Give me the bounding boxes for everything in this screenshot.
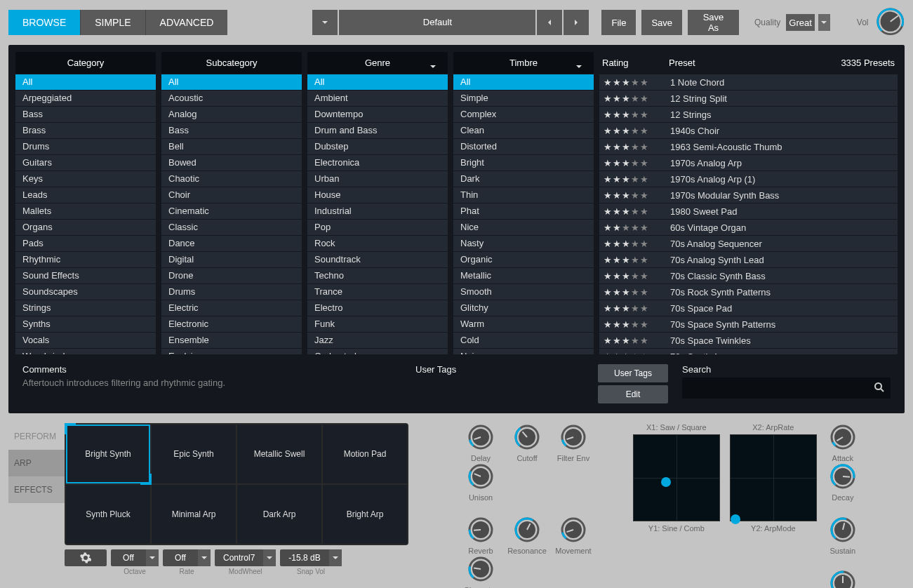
preset-row[interactable]: ★★★★★1940s Choir xyxy=(599,123,898,138)
filter-item[interactable]: Arpeggiated xyxy=(15,91,156,106)
column-list[interactable]: AllSimpleComplexCleanDistortedBrightDark… xyxy=(453,74,594,354)
column-list[interactable]: AllAmbientDowntempoDrum and BassDubstepE… xyxy=(307,74,448,354)
main-tab-browse[interactable]: BROWSE xyxy=(8,10,81,35)
preset-prev-button[interactable] xyxy=(537,10,562,35)
filter-item[interactable]: Brass xyxy=(15,123,156,138)
filter-item[interactable]: All xyxy=(15,74,156,90)
column-list[interactable]: AllAcousticAnalogBassBellBowedChaoticCho… xyxy=(161,74,302,354)
filter-item[interactable]: Leads xyxy=(15,187,156,203)
side-tab-perform[interactable]: PERFORM xyxy=(8,423,65,450)
preset-row[interactable]: ★★★★★70s Synth Arp xyxy=(599,349,898,354)
filter-item[interactable]: Metallic xyxy=(453,268,594,283)
filter-item[interactable]: Glitchy xyxy=(453,300,594,316)
filter-item[interactable]: Organic xyxy=(453,252,594,267)
rating-stars[interactable]: ★★★★★ xyxy=(604,142,670,152)
rating-stars[interactable]: ★★★★★ xyxy=(604,109,670,120)
filter-item[interactable]: Distorted xyxy=(453,139,594,154)
filter-item[interactable]: Keys xyxy=(15,171,156,187)
filter-item[interactable]: Sound Effects xyxy=(15,268,156,283)
filter-item[interactable]: Guitars xyxy=(15,155,156,171)
filter-item[interactable]: Organs xyxy=(15,220,156,235)
filter-item[interactable]: Downtempo xyxy=(307,107,448,122)
main-tab-advanced[interactable]: ADVANCED xyxy=(146,10,228,35)
rating-stars[interactable]: ★★★★★ xyxy=(604,271,670,281)
filter-item[interactable]: Bell xyxy=(161,139,302,154)
knob-dial[interactable] xyxy=(829,462,857,490)
preset-row[interactable]: ★★★★★70s Analog Sequencer xyxy=(599,236,898,251)
preset-row[interactable]: ★★★★★60s Vintage Organ xyxy=(599,220,898,235)
edit-button[interactable]: Edit xyxy=(598,385,668,403)
preset-header[interactable]: Preset xyxy=(669,58,841,68)
filter-item[interactable]: Choir xyxy=(161,187,302,203)
filter-item[interactable]: Urban xyxy=(307,171,448,187)
rating-stars[interactable]: ★★★★★ xyxy=(604,158,670,168)
knob-dial[interactable] xyxy=(467,516,495,544)
filter-item[interactable]: Pads xyxy=(15,236,156,251)
filter-item[interactable]: Rhythmic xyxy=(15,252,156,267)
selector-box[interactable]: Off xyxy=(111,549,159,566)
rating-stars[interactable]: ★★★★★ xyxy=(604,174,670,185)
filter-item[interactable]: Ambient xyxy=(307,91,448,106)
preset-row[interactable]: ★★★★★1970s Analog Arp xyxy=(599,155,898,171)
filter-item[interactable]: All xyxy=(161,74,302,90)
rating-stars[interactable]: ★★★★★ xyxy=(604,303,670,314)
knob-dial[interactable] xyxy=(467,423,495,451)
filter-item[interactable]: Ensemble xyxy=(161,333,302,348)
knob-dial[interactable] xyxy=(467,462,495,490)
quality-dropdown-arrow[interactable] xyxy=(818,14,830,31)
preset-next-button[interactable] xyxy=(564,10,589,35)
xy-surface[interactable] xyxy=(730,434,817,521)
filter-item[interactable]: Evolving xyxy=(161,349,302,354)
preset-row[interactable]: ★★★★★1970s Analog Arp (1) xyxy=(599,171,898,187)
selector-box[interactable]: Off xyxy=(163,549,211,566)
filter-item[interactable]: All xyxy=(453,74,594,90)
knob-dial[interactable] xyxy=(513,516,541,544)
filter-item[interactable]: Simple xyxy=(453,91,594,106)
filter-item[interactable]: Electric xyxy=(161,300,302,316)
rating-stars[interactable]: ★★★★★ xyxy=(604,222,670,233)
performance-pad[interactable]: Bright Arp xyxy=(323,485,407,544)
filter-item[interactable]: Bowed xyxy=(161,155,302,171)
knob-dial[interactable] xyxy=(513,423,541,451)
main-tab-simple[interactable]: SIMPLE xyxy=(81,10,145,35)
filter-item[interactable]: Cinematic xyxy=(161,203,302,219)
filter-item[interactable]: Woodwinds xyxy=(15,349,156,354)
preset-dropdown-button[interactable] xyxy=(312,10,338,35)
filter-item[interactable]: Thin xyxy=(453,187,594,203)
column-header[interactable]: Genre xyxy=(307,52,448,74)
knob-dial[interactable] xyxy=(559,516,587,544)
knob-dial[interactable] xyxy=(467,555,495,583)
filter-item[interactable]: Nasty xyxy=(453,236,594,251)
preset-row[interactable]: ★★★★★70s Rock Synth Patterns xyxy=(599,284,898,300)
performance-pad[interactable]: Motion Pad xyxy=(323,425,407,483)
rating-stars[interactable]: ★★★★★ xyxy=(604,77,670,88)
filter-item[interactable]: Warm xyxy=(453,316,594,332)
filter-item[interactable]: Acoustic xyxy=(161,91,302,106)
performance-pad[interactable]: Bright Synth xyxy=(66,425,150,483)
rating-stars[interactable]: ★★★★★ xyxy=(604,319,670,330)
filter-item[interactable]: Dubstep xyxy=(307,139,448,154)
filter-item[interactable]: Nice xyxy=(453,220,594,235)
filter-item[interactable]: Funk xyxy=(307,316,448,332)
filter-item[interactable]: All xyxy=(307,74,448,90)
performance-pad[interactable]: Dark Arp xyxy=(237,485,321,544)
filter-item[interactable]: Electro xyxy=(307,300,448,316)
preset-row[interactable]: ★★★★★1 Note Chord xyxy=(599,74,898,90)
filter-item[interactable]: Cold xyxy=(453,333,594,348)
filter-item[interactable]: Clean xyxy=(453,123,594,138)
side-tab-arp[interactable]: ARP xyxy=(8,450,65,476)
preset-row[interactable]: ★★★★★70s Space Pad xyxy=(599,300,898,316)
preset-row[interactable]: ★★★★★1970s Modular Synth Bass xyxy=(599,187,898,203)
filter-item[interactable]: Soundscapes xyxy=(15,284,156,300)
filter-item[interactable]: Drums xyxy=(161,284,302,300)
knob-dial[interactable] xyxy=(559,423,587,451)
filter-item[interactable]: Noisy xyxy=(453,349,594,354)
filter-item[interactable]: Jazz xyxy=(307,333,448,348)
preset-row[interactable]: ★★★★★70s Analog Synth Lead xyxy=(599,252,898,267)
side-tab-effects[interactable]: EFFECTS xyxy=(8,476,65,503)
performance-pad[interactable]: Minimal Arp xyxy=(152,485,236,544)
filter-item[interactable]: Digital xyxy=(161,252,302,267)
preset-row[interactable]: ★★★★★12 String Split xyxy=(599,91,898,106)
preset-row[interactable]: ★★★★★70s Space Twinkles xyxy=(599,333,898,348)
preset-row[interactable]: ★★★★★1980 Sweet Pad xyxy=(599,203,898,219)
